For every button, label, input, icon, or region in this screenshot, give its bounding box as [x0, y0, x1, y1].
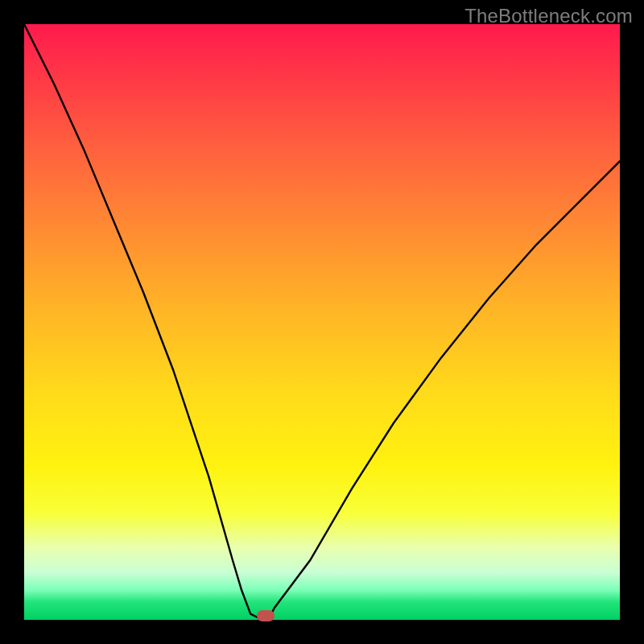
curve-path: [24, 24, 620, 620]
optimum-marker: [257, 610, 275, 621]
plot-area: [24, 24, 620, 620]
chart-frame: TheBottleneck.com: [0, 0, 644, 644]
watermark-text: TheBottleneck.com: [464, 5, 633, 27]
bottleneck-curve: [24, 24, 620, 620]
